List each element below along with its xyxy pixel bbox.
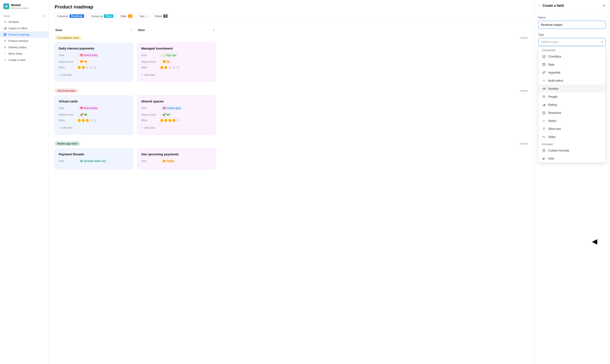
cursor-arrow-icon: ▶ [592,237,597,245]
plus-icon: + [3,58,7,62]
svg-point-17 [543,112,544,113]
dropdown-item-number[interactable]: 123 Number [538,85,606,93]
groupby-label: Group by [91,15,103,18]
col-count: 1 [131,28,132,32]
card-field-goal: Goal 💖 Build loyalty [59,53,129,57]
groupby-button[interactable]: Group by Team [89,13,116,19]
fields-button[interactable]: Fields 5 [152,13,170,19]
effort-dot [86,66,89,69]
dropdown-item-select[interactable]: Select [538,117,606,125]
field-label: Goal [141,160,158,163]
add-idea-label: Add idea [144,73,155,76]
effort-dot [78,119,81,122]
svg-point-22 [543,149,545,152]
effort-dot [82,66,85,69]
dropdown-item-vote[interactable]: Vote [538,155,606,163]
goal-tag[interactable]: 🗺️ Increase active use [78,159,108,163]
panel-close-button[interactable]: ✕ [603,4,606,8]
goal-tag[interactable]: 📈 Sign ups [160,53,178,57]
type-select[interactable]: Select a type ▾ [538,38,606,46]
item-label: Select [548,119,556,123]
add-idea-button[interactable]: + Add idea [59,72,129,78]
dropdown-item-checkbox[interactable]: Checkbox [538,52,606,61]
panel-header: ← Create a field ✕ [534,0,610,12]
type-placeholder: Select a type [541,40,558,44]
dropdown-item-rating[interactable]: Rating [538,101,606,109]
dropdown-item-people[interactable]: People [538,93,606,101]
date-icon [542,63,546,67]
column-headers: Now 1 Now 1 [55,26,528,34]
card-field-score: Impact score 🚀 84 [141,112,212,117]
score-badge: 🚀 84 [160,112,172,117]
dropdown-item-hyperlink[interactable]: Hyperlink [538,69,606,77]
sidebar-item-delivery-status[interactable]: ≡ Delivery status [0,44,49,50]
field-label: Goal [59,54,76,57]
team-header-mobile: Mobile app team 5 ideas [55,141,528,146]
card-field-goal: Goal 💖 Build loyalty [59,106,129,110]
sort-button[interactable]: Sort + [137,13,150,19]
standard-section-title: Standard [538,47,606,52]
name-input[interactable] [538,21,606,29]
svg-rect-13 [543,105,543,106]
team-row-foundations: Foundations team 3 ideas Daily interest … [55,36,528,82]
team-header-accounts: Accounts team 3 ideas [55,89,528,93]
svg-point-18 [544,112,544,113]
add-view-button[interactable]: + [43,14,45,18]
columns-button[interactable]: Columns Roadmap [55,13,87,19]
sidebar-item-create-view[interactable]: + Create a view [0,57,49,63]
dropdown-item-custom-formula[interactable]: Custom formula [538,146,606,155]
dropdown-item-short-text[interactable]: T Short text [538,125,606,133]
dropdown-item-date[interactable]: Date [538,61,606,69]
sidebar-item-product-timeline[interactable]: ≡ Product timeline [0,38,49,44]
rating-icon [542,103,546,107]
card-payment-threads: Payment threads Goal 🗺️ Increase active … [55,148,133,169]
dropdown-item-reactions[interactable]: Reactions [538,109,606,117]
goal-tag[interactable]: 💖 Build loyalty [78,106,99,110]
goal-tag[interactable]: 🎯 Custom goal [160,106,183,110]
app-subtitle: Discovery project [11,7,29,9]
field-label: Impact score [59,60,76,63]
custom-formula-icon [542,148,546,153]
col-label: Now [138,28,145,32]
filter-label: Filter [121,15,127,18]
team-row-mobile: Mobile app team 5 ideas Payment threads … [55,141,528,169]
add-idea-button[interactable]: + Add idea [141,72,212,78]
team-badge: Foundations team [55,36,82,40]
goal-tag[interactable]: 💖 Build loyalty [78,53,99,57]
card-field-goal: Goal 📈 Sign ups [141,53,212,57]
field-group-name: Name [538,16,606,29]
sidebar-item-label: Create a view [9,58,25,62]
add-idea-button[interactable]: + Add idea [59,125,129,130]
team-badge: Mobile app team [55,141,80,146]
item-label: Checkbox [548,55,561,58]
sidebar-item-product-roadmap[interactable]: Product roadmap [0,31,49,38]
cards-row: Virtual cards Goal 💖 Build loyalty Impac… [55,95,528,135]
svg-rect-14 [544,104,544,106]
score-badge: 🧡 72 [160,59,172,64]
card-field-effort: Effort [141,119,212,122]
col-label: Now [55,28,62,32]
item-label: Hyperlink [548,71,560,74]
filter-button[interactable]: Filter 1 [118,13,135,19]
goal-tag[interactable]: 😊 Delight [160,159,176,163]
panel-back-button[interactable]: ← Create a field [538,4,564,8]
card-field-score: Impact score 🚀 95 [59,112,129,117]
sidebar-item-impact-vs-effort[interactable]: Impact vs effort [0,25,49,31]
svg-rect-6 [5,35,6,36]
effort-dots [160,119,179,122]
board-area: Now 1 Now 1 Foundations team 3 ideas Dai [49,22,534,364]
sidebar-item-more-views[interactable]: › More views [0,50,49,57]
dropdown-item-multi-select[interactable]: Multi-select [538,77,606,85]
card-virtual-cards: Virtual cards Goal 💖 Build loyalty Impac… [55,95,133,135]
sidebar-item-all-ideas[interactable]: ≡ All ideas [0,19,49,25]
card-field-score: Impact score 🧡 72 [141,59,212,64]
panel-body: Name Type Select a type ▾ Standard Check… [534,12,610,171]
sidebar-item-label: All ideas [9,20,19,24]
effort-dot [176,66,179,69]
team-ideas-count: 3 ideas [520,36,528,39]
fields-count: 5 [163,14,168,18]
logo-icon: M [3,3,9,9]
card-field-goal: Goal 🎯 Custom goal [141,106,212,110]
add-idea-button[interactable]: + Add idea [141,125,212,130]
dropdown-item-slider[interactable]: Slider [538,133,606,141]
